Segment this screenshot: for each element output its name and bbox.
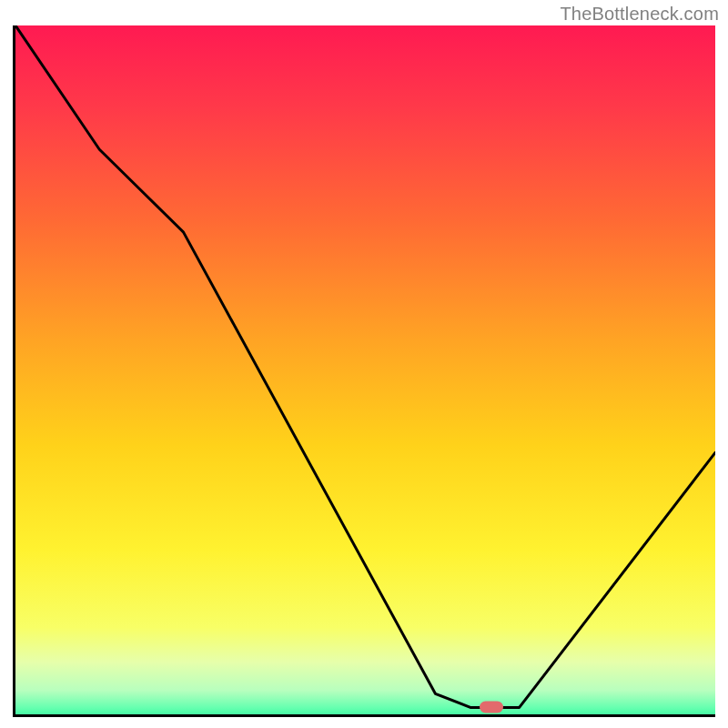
plot-area <box>13 25 715 717</box>
curve <box>15 25 715 714</box>
attribution-text: TheBottleneck.com <box>560 4 719 25</box>
stage: TheBottleneck.com <box>0 0 728 728</box>
optimum-marker <box>480 702 503 713</box>
